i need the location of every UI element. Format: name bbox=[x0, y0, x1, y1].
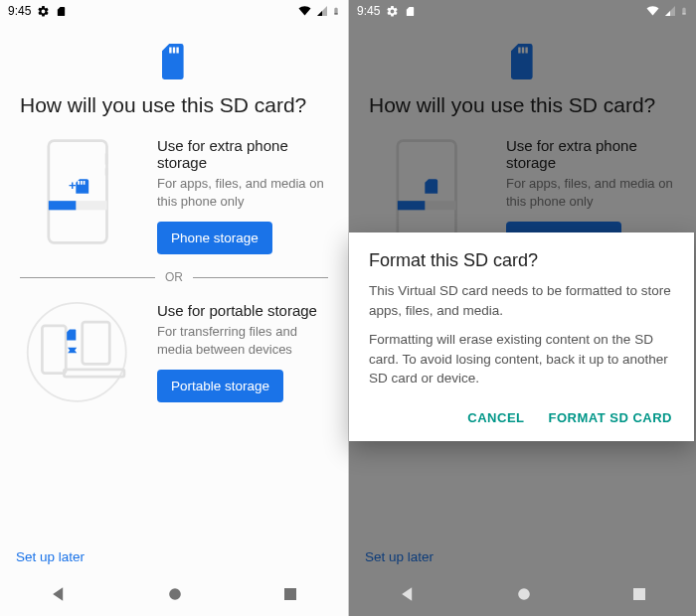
status-time: 9:45 bbox=[8, 4, 31, 18]
signal-icon bbox=[664, 5, 676, 17]
nav-back-icon[interactable] bbox=[398, 584, 418, 604]
nav-back-icon[interactable] bbox=[49, 584, 69, 604]
nav-home-icon[interactable] bbox=[165, 584, 185, 604]
wifi-icon bbox=[645, 5, 660, 17]
svg-rect-20 bbox=[633, 588, 645, 600]
sd-card-status-icon bbox=[56, 5, 67, 18]
or-divider: OR bbox=[20, 270, 328, 284]
status-bar: 9:45 bbox=[0, 0, 348, 22]
option1-title: Use for extra phone storage bbox=[157, 137, 328, 171]
dialog-body-p2: Formatting will erase existing content o… bbox=[369, 330, 674, 388]
svg-rect-7 bbox=[42, 326, 66, 374]
status-time: 9:45 bbox=[357, 4, 380, 18]
dialog-title: Format this SD card? bbox=[369, 250, 674, 271]
phone-screen-dialog: 9:45 How will you use this SD card? bbox=[348, 0, 696, 616]
dialog-body: This Virtual SD card needs to be formatt… bbox=[369, 281, 674, 388]
svg-rect-9 bbox=[64, 370, 123, 377]
svg-rect-2 bbox=[105, 168, 108, 175]
option2-desc: For transferring files and media between… bbox=[157, 323, 328, 358]
dialog-body-p1: This Virtual SD card needs to be formatt… bbox=[369, 281, 674, 320]
option2-title: Use for portable storage bbox=[157, 302, 328, 319]
gear-icon bbox=[37, 5, 50, 18]
format-dialog: Format this SD card? This Virtual SD car… bbox=[349, 232, 694, 441]
option-portable-storage: Use for portable storage For transferrin… bbox=[20, 302, 328, 411]
svg-rect-8 bbox=[83, 322, 110, 364]
phone-screen-setup: 9:45 bbox=[0, 0, 348, 616]
illustration-portable-storage bbox=[20, 302, 139, 411]
nav-recent-icon[interactable] bbox=[281, 585, 299, 603]
page-title: How will you use this SD card? bbox=[20, 93, 328, 117]
nav-bar bbox=[349, 572, 696, 616]
sd-card-hero-icon bbox=[20, 44, 328, 79]
phone-storage-button[interactable]: Phone storage bbox=[157, 222, 272, 254]
battery-icon bbox=[680, 4, 688, 18]
nav-bar bbox=[0, 572, 348, 616]
svg-rect-1 bbox=[105, 154, 108, 165]
svg-point-10 bbox=[169, 588, 181, 600]
svg-text:+: + bbox=[69, 178, 77, 193]
nav-home-icon[interactable] bbox=[514, 584, 534, 604]
illustration-phone-storage: + bbox=[20, 137, 139, 246]
cancel-button[interactable]: CANCEL bbox=[465, 404, 526, 431]
battery-icon bbox=[332, 4, 340, 18]
wifi-icon bbox=[297, 5, 312, 17]
status-bar: 9:45 bbox=[349, 0, 696, 22]
gear-icon bbox=[386, 5, 399, 18]
svg-rect-11 bbox=[284, 588, 296, 600]
set-up-later-link[interactable]: Set up later bbox=[16, 549, 85, 564]
option-phone-storage: + Use for extra phone storage For apps, … bbox=[20, 137, 328, 254]
format-sd-card-button[interactable]: FORMAT SD CARD bbox=[547, 404, 674, 431]
svg-rect-5 bbox=[49, 201, 76, 210]
sd-card-status-icon bbox=[405, 5, 416, 18]
option1-desc: For apps, files, and media on this phone… bbox=[157, 175, 328, 210]
signal-icon bbox=[316, 5, 328, 17]
nav-recent-icon[interactable] bbox=[630, 585, 648, 603]
screen-content: How will you use this SD card? + Use for… bbox=[0, 22, 348, 572]
portable-storage-button[interactable]: Portable storage bbox=[157, 370, 283, 402]
or-label: OR bbox=[155, 270, 193, 284]
svg-point-19 bbox=[518, 588, 530, 600]
